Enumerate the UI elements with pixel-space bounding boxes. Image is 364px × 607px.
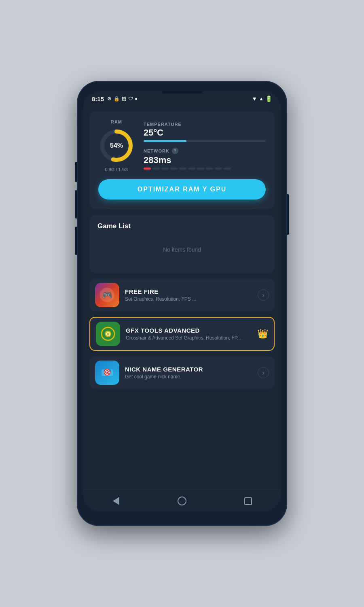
status-time: 8:15 (92, 96, 104, 102)
svg-text:🎯: 🎯 (103, 368, 111, 376)
temperature-bar-fill (144, 140, 186, 142)
app-desc-nickname: Get cool game nick name (125, 374, 252, 380)
network-bar-10 (224, 168, 231, 170)
status-icons-right: ▼ ▲ 🔋 (252, 96, 272, 102)
crown-icon-gfx: 👑 (257, 329, 268, 339)
no-items-text: No items found (97, 238, 267, 261)
ram-section: RAM 54% 0.9G / 1.9G (98, 119, 135, 172)
volume-up-button[interactable] (75, 162, 77, 182)
ram-donut: 54% (98, 127, 135, 164)
image-icon: 🖼 (122, 96, 126, 101)
volume-down-button[interactable] (75, 190, 77, 219)
app-icon-gfx: ⚙ (96, 322, 120, 346)
network-block: NETWORK ? 283ms (144, 148, 266, 170)
status-icons-left: ⚙ 🔒 🖼 🛡 (107, 96, 137, 102)
shield-icon: 🛡 (128, 96, 133, 102)
app-info-free-fire: FREE FIRE Set Graphics, Resolution, FPS … (125, 288, 252, 302)
battery-icon: 🔋 (265, 96, 272, 102)
network-bar-4 (170, 168, 178, 170)
network-bar-8 (206, 168, 213, 170)
network-bar-2 (152, 168, 160, 170)
temperature-label: TEMPERATURE (144, 122, 266, 127)
game-list-card: Game List No items found (89, 215, 275, 273)
lock-icon: 🔒 (114, 96, 120, 102)
app-info-nickname: NICK NAME GENERATOR Get cool game nick n… (125, 366, 252, 380)
right-stats: TEMPERATURE 25°C NETWORK ? (144, 119, 266, 172)
app-item-gfx-tools[interactable]: ⚙ GFX TOOLS ADVANCED Crosshair & Advance… (89, 317, 275, 351)
recent-icon (244, 497, 252, 505)
power-button[interactable] (287, 194, 289, 235)
home-button[interactable] (175, 494, 189, 508)
network-bar-7 (197, 168, 204, 170)
speaker-notch (162, 91, 202, 93)
app-item-free-fire[interactable]: 🎮 FREE FIRE Set Graphics, Resolution, FP… (89, 279, 275, 311)
gear-icon: ⚙ (107, 96, 112, 102)
wifi-icon: ▼ (252, 96, 257, 102)
signal-icon: ▲ (259, 96, 264, 102)
app-desc-gfx: Crosshair & Advanced Set Graphics, Resol… (126, 335, 252, 341)
phone-screen: 8:15 ⚙ 🔒 🖼 🛡 ▼ ▲ 🔋 (83, 91, 281, 512)
network-bars (144, 168, 266, 170)
network-bar-1 (144, 168, 151, 170)
app-item-nickname[interactable]: 🎯 NICK NAME GENERATOR Get cool game nick… (89, 357, 275, 389)
app-info-gfx: GFX TOOLS ADVANCED Crosshair & Advanced … (126, 327, 252, 341)
network-bar-9 (215, 168, 222, 170)
phone-frame: 8:15 ⚙ 🔒 🖼 🛡 ▼ ▲ 🔋 (77, 81, 287, 526)
ram-percent-text: 54% (110, 142, 123, 149)
app-name-gfx: GFX TOOLS ADVANCED (126, 327, 252, 334)
temperature-block: TEMPERATURE 25°C (144, 122, 266, 142)
app-desc-free-fire: Set Graphics, Resolution, FPS ... (125, 296, 252, 302)
network-bar-3 (161, 168, 169, 170)
network-header: NETWORK ? (144, 148, 266, 154)
app-name-free-fire: FREE FIRE (125, 288, 252, 295)
notification-dot (135, 98, 137, 100)
chevron-nickname: › (258, 367, 269, 378)
svg-text:🎮: 🎮 (102, 290, 112, 300)
extra-button[interactable] (75, 227, 77, 255)
app-name-nickname: NICK NAME GENERATOR (125, 366, 252, 373)
app-icon-nickname: 🎯 (95, 361, 119, 385)
chevron-free-fire: › (258, 289, 269, 301)
ram-usage-text: 0.9G / 1.9G (105, 167, 128, 172)
bottom-nav (83, 490, 281, 512)
ram-label: RAM (111, 119, 122, 124)
game-list-title: Game List (97, 222, 267, 230)
home-icon (178, 497, 186, 505)
back-button[interactable] (109, 494, 123, 508)
temperature-value: 25°C (144, 127, 266, 138)
recent-button[interactable] (241, 494, 255, 508)
network-bar-6 (188, 168, 195, 170)
network-label: NETWORK (144, 149, 169, 153)
stats-card: RAM 54% 0.9G / 1.9G (89, 111, 275, 209)
back-icon (113, 497, 119, 505)
network-help-icon[interactable]: ? (172, 148, 178, 154)
network-value: 283ms (144, 155, 266, 166)
screen-content: RAM 54% 0.9G / 1.9G (83, 106, 281, 490)
svg-text:⚙: ⚙ (105, 331, 111, 337)
temperature-bar-bg (144, 140, 266, 142)
optimize-button[interactable]: OPTIMIZAR RAM Y GPU (98, 179, 266, 200)
app-icon-free-fire: 🎮 (95, 283, 119, 307)
network-bar-5 (179, 168, 186, 170)
